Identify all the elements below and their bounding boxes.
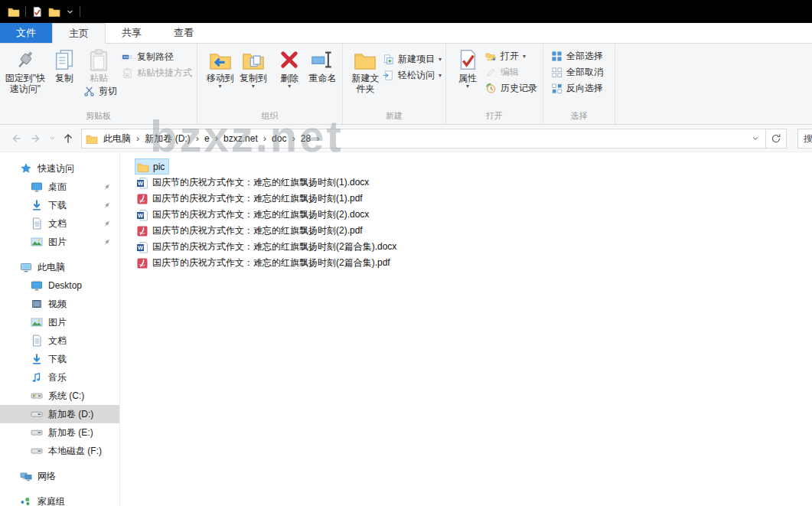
clipboard-group-label: 剪贴板 xyxy=(0,110,197,124)
new-folder-button[interactable]: 新建文件夹 xyxy=(351,47,380,94)
sidebar-item-label: 新加卷 (D:) xyxy=(48,408,93,421)
pin-to-quick-access-button[interactable]: 固定到"快速访问" xyxy=(3,47,47,94)
sidebar-item-pictures-qa[interactable]: 图片 xyxy=(0,233,119,251)
sidebar-item-documents[interactable]: 文档 xyxy=(0,331,119,350)
tab-file[interactable]: 文件 xyxy=(0,23,52,43)
file-row[interactable]: W国庆节的庆祝方式作文：难忘的红旗飘扬时刻(2篇合集).docx xyxy=(135,239,400,255)
content-pane[interactable]: picW国庆节的庆祝方式作文：难忘的红旗飘扬时刻(1).docx国庆节的庆祝方式… xyxy=(120,152,812,506)
sidebar-item-quick-access[interactable]: 快速访问 xyxy=(0,159,119,178)
back-button xyxy=(6,129,26,149)
new-folder-icon xyxy=(354,48,377,71)
sidebar-item-music[interactable]: 音乐 xyxy=(0,368,119,387)
copy-icon xyxy=(53,48,76,71)
sidebar-item-downloads[interactable]: 下载 xyxy=(0,350,119,368)
sidebar-item-documents-qa[interactable]: 文档 xyxy=(0,214,119,233)
breadcrumb-item[interactable]: doc xyxy=(266,129,292,148)
easy-access-button[interactable]: 轻松访问 ▾ xyxy=(380,67,444,83)
sidebar-item-downloads-qa[interactable]: 下载 xyxy=(0,196,119,214)
sidebar-item-drive-c[interactable]: 系统 (C:) xyxy=(0,387,119,405)
breadcrumb-chevron-icon[interactable]: › xyxy=(316,129,319,148)
chevron-down-icon[interactable] xyxy=(66,8,74,16)
select-all-button[interactable]: 全部选择 xyxy=(549,48,605,64)
file-row[interactable]: pic xyxy=(135,158,169,175)
dropdown-caret-icon: ▾ xyxy=(219,83,222,89)
search-input[interactable]: 搜 xyxy=(797,129,812,149)
disk-os-icon xyxy=(31,390,43,402)
breadcrumb-item[interactable]: e xyxy=(199,129,215,148)
sidebar-item-this-pc[interactable]: 此电脑 xyxy=(0,258,119,276)
sidebar-item-label: 文档 xyxy=(48,335,67,348)
move-to-button[interactable]: 移动到 ▾ xyxy=(204,47,236,89)
tab-view[interactable]: 查看 xyxy=(158,23,210,43)
file-row[interactable]: 国庆节的庆祝方式作文：难忘的红旗飘扬时刻(2篇合集).pdf xyxy=(135,255,394,271)
dropdown-caret-icon: ▾ xyxy=(288,83,291,89)
copy-button[interactable]: 复制 xyxy=(47,47,81,83)
sidebar-item-pictures[interactable]: 图片 xyxy=(0,313,119,331)
copy-path-icon xyxy=(122,51,133,63)
folder-icon[interactable] xyxy=(8,5,20,18)
properties-label: 属性 xyxy=(458,73,477,83)
picture-icon xyxy=(31,316,43,328)
sidebar-item-desktop-qa[interactable]: 桌面 xyxy=(0,178,119,196)
cut-label: 剪切 xyxy=(99,85,117,98)
select-none-button[interactable]: 全部取消 xyxy=(549,64,605,80)
new-item-button[interactable]: 新建项目 ▾ xyxy=(380,51,444,67)
properties-button[interactable]: 属性 ▾ xyxy=(452,47,483,89)
file-name: 国庆节的庆祝方式作文：难忘的红旗飘扬时刻(2篇合集).pdf xyxy=(152,256,390,269)
folder-icon[interactable] xyxy=(48,5,60,18)
address-dropdown-chevron-icon[interactable] xyxy=(745,129,765,148)
paste-icon xyxy=(87,48,110,71)
new-folder-label: 新建文件夹 xyxy=(351,73,380,94)
copy-path-button[interactable]: 复制路径 xyxy=(119,49,194,65)
file-row[interactable]: 国庆节的庆祝方式作文：难忘的红旗飘扬时刻(1).pdf xyxy=(135,191,367,207)
file-row[interactable]: W国庆节的庆祝方式作文：难忘的红旗飘扬时刻(1).docx xyxy=(135,175,373,191)
pin-icon xyxy=(102,182,112,192)
refresh-icon[interactable] xyxy=(766,129,786,148)
paste-shortcut-button: 粘贴快捷方式 xyxy=(119,65,194,81)
sidebar-item-network[interactable]: 网络 xyxy=(0,467,119,485)
sidebar-item-drive-f[interactable]: 本地磁盘 (F:) xyxy=(0,442,119,460)
select-group-label: 选择 xyxy=(543,110,615,124)
sidebar-item-drive-d[interactable]: 新加卷 (D:) xyxy=(0,405,119,423)
select-none-label: 全部取消 xyxy=(566,66,603,79)
up-button[interactable] xyxy=(58,129,78,149)
rename-button[interactable]: 重命名 xyxy=(305,47,341,83)
sidebar-item-desktop[interactable]: Desktop xyxy=(0,276,119,295)
sidebar-item-homegroup[interactable]: 家庭组 xyxy=(0,492,119,506)
tab-share[interactable]: 共享 xyxy=(106,23,158,43)
file-row[interactable]: 国庆节的庆祝方式作文：难忘的红旗飘扬时刻(2).pdf xyxy=(135,223,367,239)
open-button[interactable]: 打开 ▾ xyxy=(483,48,540,64)
file-name: 国庆节的庆祝方式作文：难忘的红旗飘扬时刻(2篇合集).docx xyxy=(152,240,396,253)
sidebar-item-label: 家庭组 xyxy=(38,495,65,506)
history-label: 历史记录 xyxy=(501,82,537,95)
copy-to-button[interactable]: 复制到 ▾ xyxy=(236,47,269,89)
file-row[interactable]: W国庆节的庆祝方式作文：难忘的红旗飘扬时刻(2).docx xyxy=(135,207,373,223)
dropdown-caret-icon: ▾ xyxy=(523,54,526,59)
new-item-icon xyxy=(383,54,394,65)
ribbon-group-open: 属性 ▾ 打开 ▾ 编辑 历史记录 xyxy=(446,44,543,124)
sidebar-item-videos[interactable]: 视频 xyxy=(0,295,119,313)
disk-icon xyxy=(31,426,43,439)
recent-locations-chevron-icon[interactable] xyxy=(46,129,58,149)
svg-text:W: W xyxy=(138,212,144,219)
copy-label: 复制 xyxy=(55,73,73,83)
cut-button[interactable]: 剪切 xyxy=(81,83,119,100)
invert-selection-button[interactable]: 反向选择 xyxy=(549,80,605,96)
breadcrumb-item[interactable]: 28 xyxy=(295,129,316,148)
ribbon-tab-row: 文件 主页 共享 查看 xyxy=(0,23,812,44)
history-button[interactable]: 历史记录 xyxy=(483,80,540,96)
breadcrumb-item[interactable]: 此电脑 xyxy=(98,129,136,148)
sidebar-item-label: 下载 xyxy=(48,199,67,212)
breadcrumb-item[interactable]: 新加卷 (D:) xyxy=(139,129,195,148)
breadcrumb-item[interactable]: bzxz.net xyxy=(218,129,263,148)
desktop-icon xyxy=(31,181,43,193)
sidebar-item-drive-e[interactable]: 新加卷 (E:) xyxy=(0,423,119,442)
address-bar[interactable]: 此电脑›新加卷 (D:)›e›bzxz.net›doc›28› xyxy=(81,129,787,149)
history-icon xyxy=(485,83,497,94)
tab-home[interactable]: 主页 xyxy=(52,23,106,44)
open-icon xyxy=(485,51,497,62)
file-name: 国庆节的庆祝方式作文：难忘的红旗飘扬时刻(2).pdf xyxy=(152,224,363,237)
properties-icon xyxy=(456,48,479,71)
delete-button[interactable]: 删除 ▾ xyxy=(275,47,305,89)
properties-icon[interactable] xyxy=(31,6,43,18)
